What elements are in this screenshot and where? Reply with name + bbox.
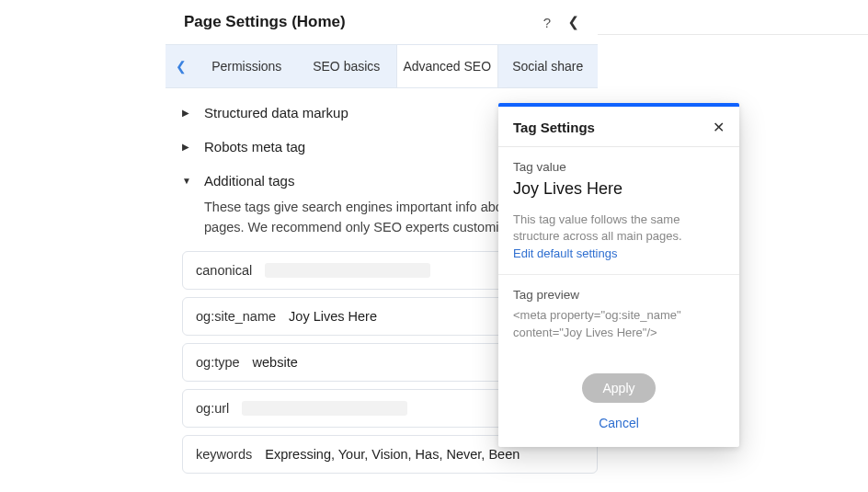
edit-default-settings-link[interactable]: Edit default settings [513,246,617,260]
apply-button[interactable]: Apply [582,373,655,403]
panel-title: Page Settings (Home) [184,13,543,31]
tab-label: Advanced SEO [403,59,491,74]
help-icon[interactable]: ? [543,15,551,30]
tag-key: og:site_name [196,309,276,324]
tab-seo-basics[interactable]: SEO basics [297,45,397,87]
tag-value-note: This tag value follows the same structur… [513,212,725,245]
tab-label: Social share [512,59,583,74]
tag-value: Joy Lives Here [289,309,377,324]
tab-advanced-seo[interactable]: Advanced SEO [396,45,498,87]
tag-key: keywords [196,447,252,462]
tag-value-label: Tag value [513,160,725,174]
popover-body: Tag value Joy Lives Here This tag value … [498,147,739,351]
popover-header: Tag Settings ✕ [498,107,739,147]
tag-key: og:url [196,401,229,416]
collapse-icon[interactable]: ❯ [567,14,579,30]
popover-title: Tag Settings [513,120,713,135]
close-icon[interactable]: ✕ [713,120,725,135]
panel-header: Page Settings (Home) ? ❯ [166,0,598,44]
chevron-down-icon: ▼ [182,176,195,186]
tab-permissions[interactable]: Permissions [197,45,297,87]
tabs-bar: ❮ Permissions SEO basics Advanced SEO So… [166,44,598,88]
section-label: Additional tags [204,173,294,189]
tag-key: canonical [196,263,252,278]
tab-label: SEO basics [313,59,380,74]
tag-value: website [253,355,298,370]
tag-key: og:type [196,355,240,370]
tag-value-masked [265,263,430,278]
tag-preview-text: <meta property="og:site_name" content="J… [513,307,725,342]
popover-divider [498,274,739,275]
background-header-edge [598,0,868,35]
chevron-right-icon: ▶ [182,108,195,118]
cancel-link[interactable]: Cancel [513,416,725,430]
tag-preview-label: Tag preview [513,288,725,302]
popover-actions: Apply Cancel [498,351,739,447]
tab-label: Permissions [211,59,281,74]
tag-value: Expressing, Your, Vision, Has, Never, Be… [265,447,520,462]
tab-scroll-left-icon[interactable]: ❮ [166,45,197,87]
tag-value-masked [242,401,407,416]
tag-settings-popover: Tag Settings ✕ Tag value Joy Lives Here … [498,103,739,447]
chevron-right-icon: ▶ [182,142,195,152]
section-label: Robots meta tag [204,139,305,154]
tag-value-display: Joy Lives Here [513,179,725,199]
section-label: Structured data markup [204,105,348,120]
tab-social-share[interactable]: Social share [498,45,599,87]
